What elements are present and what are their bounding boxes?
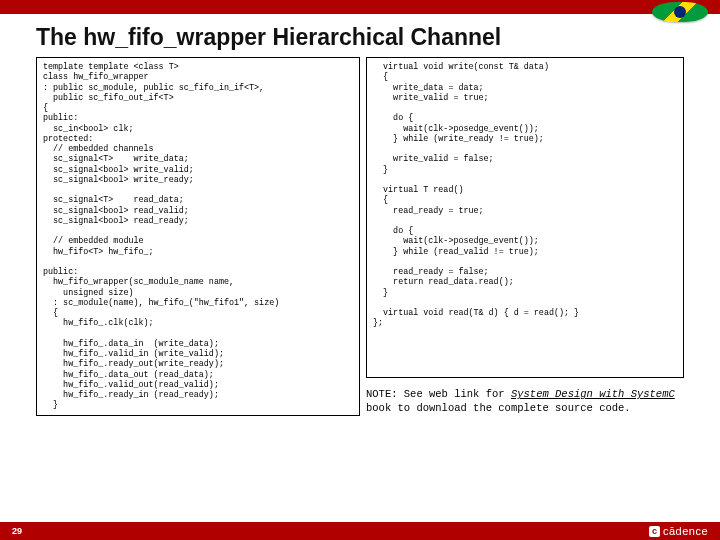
logo-icon: c <box>649 526 660 537</box>
brand-text: cādence <box>663 525 708 537</box>
page-number: 29 <box>12 526 22 536</box>
top-accent-bar <box>0 0 720 14</box>
slide-title: The hw_fifo_wrapper Hierarchical Channel <box>0 14 720 57</box>
brand-logo: c cādence <box>649 525 708 537</box>
note-link: System Design with SystemC <box>511 388 675 400</box>
code-columns: template template <class T> class hw_fif… <box>0 57 720 416</box>
download-note: NOTE: See web link for System Design wit… <box>366 388 684 415</box>
note-prefix: NOTE: See web link for <box>366 388 511 400</box>
brazil-flag-decoration <box>652 2 708 22</box>
code-right: virtual void write(const T& data) { writ… <box>366 57 684 378</box>
code-left: template template <class T> class hw_fif… <box>36 57 360 416</box>
note-suffix: book to download the complete source cod… <box>366 402 631 414</box>
footer-bar: 29 c cādence <box>0 522 720 540</box>
